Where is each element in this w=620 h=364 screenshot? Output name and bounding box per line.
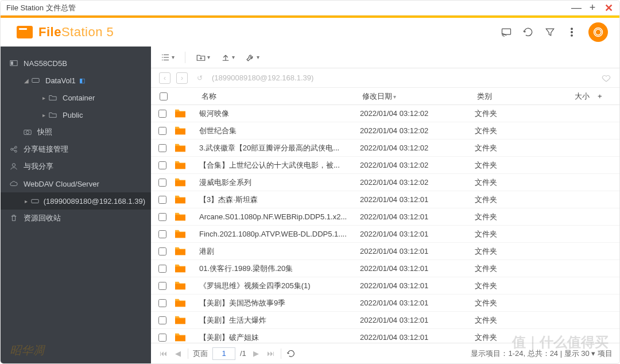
filter-icon[interactable] <box>541 24 559 41</box>
cell-mtime: 2022/01/04 03:12:02 <box>360 109 475 118</box>
select-all-checkbox[interactable] <box>160 92 168 100</box>
view-mode-button[interactable]: ▾ <box>160 52 175 63</box>
cell-name: 创世纪合集 <box>199 126 360 136</box>
table-row[interactable]: Arcane.S01.1080p.NF.WEBRip.DDP5.1.x2...2… <box>151 208 619 226</box>
folder-outline-icon <box>49 94 58 102</box>
table-row[interactable]: 3.武侠徽章【20部豆瓣评分最高的武侠电...2022/01/04 03:12:… <box>151 140 619 157</box>
col-mtime[interactable]: 修改日期▾ <box>360 91 475 102</box>
table-row[interactable]: 01.侠客行.1989.梁朝伟.20集2022/01/04 03:12:01文件… <box>151 260 619 277</box>
page-first-button[interactable]: ⏮ <box>158 348 168 359</box>
svg-point-11 <box>11 148 13 150</box>
cell-name: 银河映像 <box>199 109 360 119</box>
row-checkbox[interactable] <box>158 299 166 307</box>
cell-name: 【美剧】破产姐妹 <box>199 332 360 343</box>
sidebar-sharelinks[interactable]: 分享链接管理 <box>1 141 151 158</box>
col-add[interactable]: + <box>595 92 607 100</box>
folder-icon <box>174 332 188 343</box>
row-checkbox[interactable] <box>158 161 166 169</box>
svg-rect-15 <box>32 199 38 203</box>
folder-icon <box>174 177 188 188</box>
row-checkbox[interactable] <box>158 144 166 152</box>
table-row[interactable]: 银河映像2022/01/04 03:12:02文件夹 <box>151 105 619 122</box>
create-button[interactable]: ▾ <box>196 52 210 63</box>
drive-icon <box>32 76 41 84</box>
row-checkbox[interactable] <box>158 247 166 255</box>
cell-mtime: 2022/01/04 03:12:01 <box>360 299 475 307</box>
cell-type: 文件夹 <box>475 332 561 343</box>
row-checkbox[interactable] <box>158 334 166 342</box>
col-type[interactable]: 类别 <box>475 91 561 102</box>
row-checkbox[interactable] <box>158 265 166 273</box>
nav-undo-button[interactable]: ↺ <box>193 72 206 84</box>
cell-name: 3.武侠徽章【20部豆瓣评分最高的武侠电... <box>199 143 360 153</box>
folder-icon <box>174 263 188 274</box>
page-total: /1 <box>240 349 246 358</box>
cell-name: 【美剧】美国恐怖故事9季 <box>199 298 360 308</box>
table-row[interactable]: 《罗辑思维》视频全四季205集(1)2022/01/04 03:12:01文件夹 <box>151 277 619 295</box>
cell-mtime: 2022/01/04 03:12:02 <box>360 161 475 169</box>
more-icon[interactable] <box>563 24 580 41</box>
folder-icon <box>174 108 188 119</box>
cell-name: 漫威电影全系列 <box>199 177 360 188</box>
snapshot-badge-icon[interactable] <box>588 22 608 42</box>
sidebar-recycle[interactable]: 资源回收站 <box>1 210 151 227</box>
expand-arrow-icon[interactable]: ◢ <box>24 78 29 84</box>
table-row[interactable]: 港剧2022/01/04 03:12:01文件夹 <box>151 243 619 260</box>
row-checkbox[interactable] <box>158 213 166 221</box>
sidebar-snapshot[interactable]: 快照 <box>1 123 151 141</box>
window-title: File Station 文件总管 <box>6 3 76 13</box>
cell-mtime: 2022/01/04 03:12:01 <box>360 264 475 273</box>
svg-point-1 <box>571 28 573 30</box>
sidebar-nas-root[interactable]: NAS58CD5B <box>1 55 151 72</box>
page-last-button[interactable]: ⏭ <box>266 348 276 359</box>
cast-icon[interactable] <box>498 24 515 41</box>
sidebar-folder-container[interactable]: ▸ Container <box>1 89 151 106</box>
page-next-button[interactable]: ▶ <box>251 348 261 359</box>
table-row[interactable]: 漫威电影全系列2022/01/04 03:12:02文件夹 <box>151 174 619 191</box>
table-row[interactable]: 【美剧】美国恐怖故事9季2022/01/04 03:12:01文件夹 <box>151 295 619 312</box>
svg-point-14 <box>12 164 15 166</box>
nav-forward-button[interactable]: › <box>176 72 188 84</box>
sidebar-folder-public[interactable]: ▸ Public <box>1 106 151 123</box>
row-checkbox[interactable] <box>158 230 166 238</box>
folder-logo-icon <box>17 26 33 38</box>
folder-outline-icon <box>49 111 58 119</box>
page-refresh-button[interactable] <box>286 348 296 359</box>
col-size[interactable]: 大小 <box>561 91 595 102</box>
upload-button[interactable]: ▾ <box>220 52 235 63</box>
minimize-button[interactable]: — <box>571 3 582 13</box>
sidebar-remote-mount[interactable]: ▸ (18990089180@192.168.1.39) <box>1 192 151 210</box>
close-button[interactable]: ✕ <box>603 3 614 13</box>
cell-mtime: 2022/01/04 03:12:01 <box>360 247 475 255</box>
sidebar-webdav[interactable]: WebDAV Cloud/Server <box>1 175 151 192</box>
table-row[interactable]: 【美剧】生活大爆炸2022/01/04 03:12:01文件夹 <box>151 312 619 329</box>
table-row[interactable]: 【3】杰森·斯坦森2022/01/04 03:12:01文件夹 <box>151 191 619 208</box>
sidebar-datavol[interactable]: ◢ DataVol1 ◧ <box>1 72 151 89</box>
row-checkbox[interactable] <box>158 316 166 324</box>
sidebar: NAS58CD5B ◢ DataVol1 ◧ ▸ Container ▸ Pub… <box>1 47 151 363</box>
table-row[interactable]: 【合集】上世纪公认的十大武侠电影，被...2022/01/04 03:12:02… <box>151 157 619 174</box>
favorite-icon[interactable] <box>601 73 611 83</box>
cell-type: 文件夹 <box>475 212 561 222</box>
page-input[interactable] <box>212 347 235 360</box>
cell-mtime: 2022/01/04 03:12:02 <box>360 178 475 187</box>
tools-button[interactable]: ▾ <box>245 52 259 63</box>
table-row[interactable]: 创世纪合集2022/01/04 03:12:02文件夹 <box>151 122 619 140</box>
row-checkbox[interactable] <box>158 282 166 290</box>
row-checkbox[interactable] <box>158 110 166 118</box>
nav-back-button[interactable]: ‹ <box>159 72 170 84</box>
col-name[interactable]: 名称 <box>199 91 360 102</box>
refresh-icon[interactable] <box>520 24 537 41</box>
maximize-button[interactable]: + <box>587 3 598 13</box>
page-prev-button[interactable]: ◀ <box>173 348 183 359</box>
table-row[interactable]: 【美剧】破产姐妹2022/01/04 03:12:01文件夹 <box>151 329 619 343</box>
row-checkbox[interactable] <box>158 196 166 204</box>
row-checkbox[interactable] <box>158 127 166 135</box>
folder-icon <box>174 246 188 257</box>
table-row[interactable]: Finch.2021.1080p.ATVP.WEB-DL.DDP5.1....2… <box>151 226 619 243</box>
people-icon <box>10 162 19 171</box>
cell-name: 《罗辑思维》视频全四季205集(1) <box>199 281 360 291</box>
sidebar-sharedwithme[interactable]: 与我分享 <box>1 158 151 175</box>
row-checkbox[interactable] <box>158 179 166 187</box>
cloud-icon <box>10 180 19 188</box>
